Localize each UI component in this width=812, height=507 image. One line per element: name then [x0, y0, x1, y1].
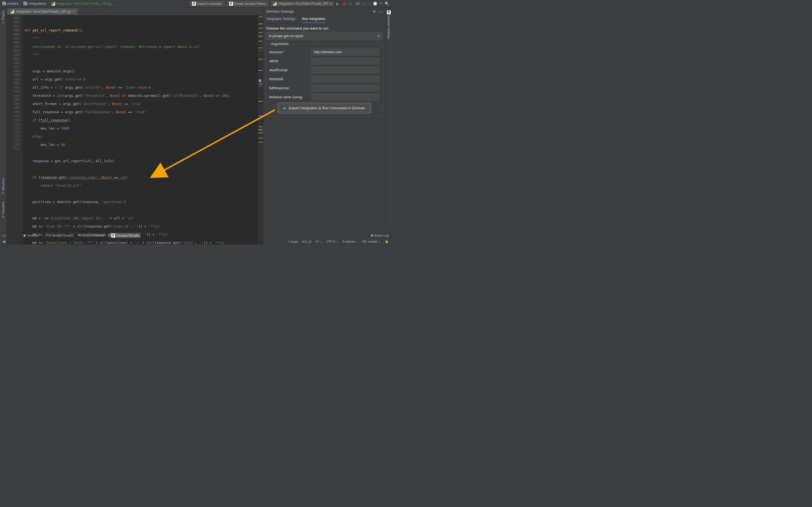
- arg-threshold-input[interactable]: [312, 76, 379, 82]
- breadcrumb-content[interactable]: content: [7, 2, 18, 6]
- status-encoding[interactable]: UTF-8 ⌄: [326, 240, 339, 243]
- create-demisto-python-button[interactable]: D Create Demisto Python: [227, 1, 269, 6]
- settings-title: Demisto Settings: [266, 9, 294, 13]
- arg-allinfo-label: allInfo: [269, 59, 309, 63]
- export-button-highlight: ▶ Export Integration & Run Command in De…: [278, 103, 371, 113]
- breadcrumbs: content 〉 Integrations 〉 integration-Vir…: [2, 2, 188, 6]
- create-python-label: Create Demisto Python: [234, 2, 266, 5]
- arg-fullresponse-input[interactable]: [312, 85, 379, 92]
- arguments-fieldset: Arguments resource * allInfo shortFormat: [266, 42, 383, 116]
- status-chars: 7 chars: [288, 240, 298, 243]
- lock-icon[interactable]: 🔒: [385, 240, 389, 243]
- demisto-icon: D: [229, 2, 233, 6]
- arg-allinfo-input[interactable]: [312, 58, 379, 64]
- code-content[interactable]: def get_url_report_command(): """ corres…: [23, 15, 258, 244]
- chevron-down-icon: ▼: [377, 35, 380, 38]
- vcs-revert-icon[interactable]: ↶: [379, 2, 382, 6]
- left-tool-sidebar: 1: Project 7: Structure 2: Favorites: [0, 8, 6, 232]
- editor-scroll-strip[interactable]: 🔍: [258, 15, 263, 244]
- editor-row: integration-VirusTotal-Private_API.py × …: [6, 8, 386, 244]
- python-file-icon: [273, 2, 276, 6]
- stop-icon[interactable]: ■: [349, 2, 351, 6]
- vcs-update-icon[interactable]: ↙: [363, 2, 366, 6]
- vcs-history-icon[interactable]: 🕘: [373, 2, 377, 6]
- settings-tabs: Integration Settings Run Integration: [263, 15, 386, 23]
- run-config-label: integration-VirusTotal-Private_API: [278, 2, 328, 6]
- folder-icon: [23, 2, 28, 5]
- export-demisto-label: Export to Demisto: [197, 2, 221, 5]
- demisto-settings-tool-tab[interactable]: D Demisto Settings: [387, 9, 391, 40]
- status-indent[interactable]: 4 spaces ⌄: [343, 240, 358, 243]
- chevron-right-icon: 〉: [19, 2, 22, 6]
- editor-tab-row: integration-VirusTotal-Private_API.py ×: [6, 8, 263, 15]
- status-position[interactable]: 471:12: [302, 240, 312, 243]
- arg-instancename-label: instance name (using): [269, 95, 309, 99]
- git-label: Git:: [355, 2, 361, 6]
- chevron-down-icon: ▼: [329, 2, 333, 5]
- breadcrumb-integrations[interactable]: Integrations: [29, 2, 46, 6]
- center-column: integration-VirusTotal-Private_API.py × …: [6, 8, 386, 232]
- status-left-icon[interactable]: ▣: [3, 240, 6, 243]
- vcs-commit-icon[interactable]: ✓: [368, 2, 371, 6]
- arg-resource-input[interactable]: [312, 49, 379, 55]
- search-icon[interactable]: 🔍: [385, 1, 389, 6]
- arg-shortformat-input[interactable]: [312, 67, 379, 73]
- file-tab[interactable]: integration-VirusTotal-Private_API.py ×: [7, 8, 78, 15]
- right-tool-sidebar: D Demisto Settings: [386, 8, 392, 232]
- debug-icon[interactable]: 🐞: [342, 2, 347, 6]
- command-select[interactable]: vt-private-get-url-report ▼: [266, 32, 383, 40]
- editor-pane: integration-VirusTotal-Private_API.py × …: [6, 8, 263, 244]
- run-controls: ▶ 🐞 ■: [336, 2, 351, 6]
- status-line-sep[interactable]: LF ⌄: [315, 240, 322, 243]
- minimize-icon[interactable]: —: [378, 9, 383, 14]
- play-icon: ▶: [284, 106, 287, 110]
- breadcrumb-file[interactable]: integration-VirusTotal-Private_API.py: [56, 2, 112, 6]
- line-gutter: 4854864874884894904914924934944954964974…: [6, 15, 23, 244]
- main-area: 1: Project 7: Structure 2: Favorites int…: [0, 8, 392, 232]
- run-configuration-selector[interactable]: integration-VirusTotal-Private_API ▼: [271, 1, 334, 6]
- arguments-legend: Arguments: [269, 42, 290, 46]
- settings-body: Choose the command you want to run: vt-p…: [263, 23, 386, 244]
- event-log-tab[interactable]: ◉ Event Log: [371, 233, 389, 237]
- arg-fullresponse-label: fullResponse: [269, 86, 309, 90]
- top-navigation-bar: content 〉 Integrations 〉 integration-Vir…: [0, 0, 392, 8]
- python-file-icon: [10, 10, 14, 13]
- run-icon[interactable]: ▶: [336, 2, 339, 6]
- chevron-right-icon: 〉: [47, 2, 50, 6]
- git-controls: ↙ ✓ 🕘 ↶: [363, 2, 382, 6]
- file-tab-label: integration-VirusTotal-Private_API.py: [16, 10, 71, 13]
- gear-icon[interactable]: ⚙: [373, 10, 376, 13]
- arg-threshold-label: threshold: [269, 77, 309, 81]
- demisto-icon: D: [192, 2, 196, 6]
- demisto-settings-panel: Demisto Settings ⚙ — Integration Setting…: [263, 8, 386, 244]
- code-area[interactable]: 4854864874884894904914924934944954964974…: [6, 15, 263, 244]
- tab-run-integration[interactable]: Run Integration: [302, 15, 325, 23]
- export-to-demisto-button[interactable]: D Export to Demisto: [190, 1, 224, 6]
- tab-integration-settings[interactable]: Integration Settings: [266, 15, 295, 23]
- arg-instancename-input[interactable]: [312, 94, 379, 101]
- choose-command-label: Choose the command you want to run:: [266, 26, 383, 31]
- favorites-tool-tab[interactable]: 2: Favorites: [1, 200, 5, 219]
- export-and-run-button[interactable]: ▶ Export Integration & Run Command in De…: [279, 104, 370, 112]
- lens-icon[interactable]: 🔍: [258, 79, 263, 83]
- command-selected-value: vt-private-get-url-report: [269, 34, 303, 38]
- close-tab-icon[interactable]: ×: [73, 10, 75, 13]
- toolbar-buttons: D Export to Demisto D Create Demisto Pyt…: [190, 1, 389, 6]
- status-git-branch[interactable]: Git: master ⌄: [362, 240, 381, 243]
- project-tool-tab[interactable]: 1: Project: [1, 9, 5, 24]
- arg-resource-label: resource *: [269, 50, 309, 54]
- python-file-icon: [51, 2, 55, 6]
- folder-icon: [2, 2, 6, 5]
- demisto-icon: D: [387, 10, 391, 14]
- structure-tool-tab[interactable]: 7: Structure: [1, 177, 5, 195]
- settings-header: Demisto Settings ⚙ —: [263, 8, 386, 15]
- arg-shortformat-label: shortFormat: [269, 68, 309, 72]
- export-button-label: Export Integration & Run Command in Demi…: [289, 106, 365, 110]
